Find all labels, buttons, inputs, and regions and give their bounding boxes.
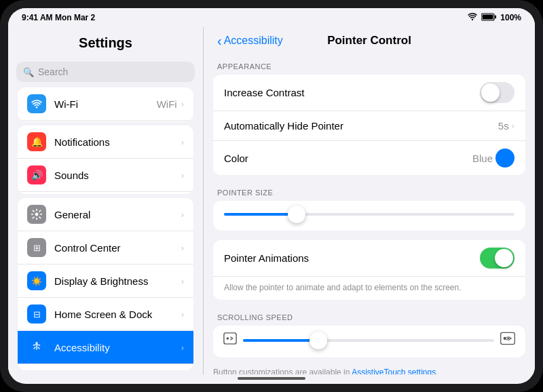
svg-point-9 — [227, 337, 229, 340]
search-container: 🔍 Search — [8, 56, 203, 87]
display-label: Display & Brightness — [54, 275, 181, 287]
accessibility-chevron: › — [181, 342, 184, 353]
pointer-animations-label: Pointer Animations — [224, 252, 480, 264]
search-bar[interactable]: 🔍 Search — [16, 62, 195, 82]
svg-rect-8 — [224, 333, 236, 344]
footer-note: Button customizations are available in A… — [204, 361, 535, 374]
main-content: Settings 🔍 Search Wi-Fi WiFi — [8, 27, 535, 374]
display-chevron: › — [181, 276, 184, 286]
pointer-size-group — [213, 201, 525, 231]
assistivetouch-link[interactable]: AssistiveTouch settings. — [352, 368, 438, 374]
appearance-section-header: APPEARANCE — [204, 53, 535, 75]
detail-pane: ‹ Accessibility Pointer Control APPEARAN… — [204, 27, 535, 374]
notifications-chevron: › — [181, 137, 184, 147]
pointer-size-slider-container — [213, 201, 525, 231]
animations-note: Allow the pointer to animate and adapt t… — [213, 277, 525, 300]
sounds-label: Sounds — [54, 170, 181, 181]
auto-hide-value: 5s — [498, 120, 509, 132]
sounds-icon: 🔊 — [27, 165, 46, 184]
controlcenter-chevron: › — [181, 243, 184, 253]
increase-contrast-thumb — [481, 83, 500, 102]
screen: 9:41 AM Mon Mar 2 100% Settings — [8, 8, 535, 384]
wifi-value: WiFi — [157, 98, 177, 110]
color-swatch[interactable] — [495, 149, 514, 168]
status-time: 9:41 AM Mon Mar 2 — [22, 13, 95, 22]
sidebar-item-sounds[interactable]: 🔊 Sounds › — [18, 159, 193, 192]
svg-point-11 — [504, 337, 506, 340]
battery-pct: 100% — [500, 13, 521, 22]
sidebar-title: Settings — [8, 27, 203, 56]
detail-header: ‹ Accessibility Pointer Control — [204, 27, 535, 53]
sidebar-section-1: Wi-Fi WiFi › B Bluetooth On › — [18, 87, 193, 121]
auto-hide-chevron: › — [512, 121, 514, 131]
sidebar-item-accessibility[interactable]: Accessibility › — [18, 331, 193, 364]
search-icon: 🔍 — [23, 67, 34, 77]
animations-group: Pointer Animations Allow the pointer to … — [213, 240, 525, 300]
fast-scroll-icon — [500, 331, 516, 349]
scrolling-speed-fill — [243, 339, 318, 342]
status-bar: 9:41 AM Mon Mar 2 100% — [8, 8, 535, 27]
status-bar-right: 100% — [468, 13, 521, 23]
controlcenter-label: Control Center — [54, 242, 181, 254]
sounds-chevron: › — [181, 170, 184, 180]
display-icon: ☀️ — [27, 271, 46, 290]
scrolling-speed-row — [213, 326, 525, 357]
homescreen-label: Home Screen & Dock — [54, 309, 181, 320]
auto-hide-row[interactable]: Automatically Hide Pointer 5s › — [213, 111, 525, 141]
accessibility-label: Accessibility — [54, 342, 181, 353]
sidebar-item-homescreen[interactable]: ⊟ Home Screen & Dock › — [18, 298, 193, 331]
back-button[interactable]: ‹ Accessibility — [217, 34, 283, 47]
color-row[interactable]: Color Blue — [213, 141, 525, 175]
pointer-size-header: POINTER SIZE — [204, 179, 535, 201]
pointer-size-fill — [224, 213, 297, 216]
svg-rect-2 — [495, 15, 496, 18]
sidebar-item-notifications[interactable]: 🔔 Notifications › — [18, 125, 193, 159]
back-chevron-icon: ‹ — [217, 34, 222, 47]
svg-rect-10 — [501, 332, 515, 344]
sidebar-section-2: 🔔 Notifications › 🔊 Sounds › — [18, 125, 193, 194]
controlcenter-icon: ⊞ — [27, 238, 46, 257]
device-frame: 9:41 AM Mon Mar 2 100% Settings — [0, 0, 543, 392]
sidebar: Settings 🔍 Search Wi-Fi WiFi — [8, 27, 204, 374]
status-bar-left: 9:41 AM Mon Mar 2 — [22, 13, 95, 22]
slow-scroll-icon — [223, 332, 238, 349]
scrolling-speed-track — [243, 339, 494, 342]
sidebar-item-donotdisturb[interactable]: 🌙 Do Not Disturb › — [18, 192, 193, 194]
homescreen-icon: ⊟ — [27, 305, 46, 324]
pointer-size-track — [224, 213, 514, 216]
pointer-animations-toggle[interactable] — [480, 248, 514, 269]
accessibility-icon — [27, 338, 46, 357]
sidebar-section-3: General › ⊞ Control Center › ☀️ — [18, 198, 193, 370]
scrolling-speed-thumb[interactable] — [310, 332, 327, 349]
notifications-icon: 🔔 — [27, 132, 46, 151]
pointer-size-thumb[interactable] — [288, 205, 305, 223]
auto-hide-label: Automatically Hide Pointer — [224, 120, 498, 132]
wifi-icon — [468, 13, 477, 22]
color-value: Blue — [472, 153, 493, 164]
home-indicator — [238, 377, 305, 380]
sidebar-item-bluetooth[interactable]: B Bluetooth On › — [18, 121, 193, 121]
svg-rect-1 — [483, 14, 493, 19]
general-chevron: › — [181, 210, 184, 220]
sidebar-item-wifi[interactable]: Wi-Fi WiFi › — [18, 87, 193, 121]
svg-point-4 — [35, 342, 37, 345]
battery-icon — [481, 13, 496, 23]
animations-note-text: Allow the pointer to animate and adapt t… — [224, 283, 462, 292]
footer-note-text: Button customizations are available in — [213, 368, 352, 374]
pointer-animations-row: Pointer Animations — [213, 240, 525, 277]
back-label: Accessibility — [224, 35, 283, 47]
increase-contrast-row: Increase Contrast — [213, 75, 525, 111]
search-placeholder: Search — [38, 66, 68, 77]
increase-contrast-toggle[interactable] — [480, 82, 514, 103]
scrolling-speed-group — [213, 326, 525, 357]
sidebar-item-controlcenter[interactable]: ⊞ Control Center › — [18, 231, 193, 264]
pointer-animations-thumb — [495, 249, 513, 267]
sidebar-item-display[interactable]: ☀️ Display & Brightness › — [18, 264, 193, 298]
increase-contrast-label: Increase Contrast — [224, 87, 480, 98]
sidebar-item-general[interactable]: General › — [18, 198, 193, 231]
svg-point-3 — [35, 213, 39, 216]
wifi-label: Wi-Fi — [54, 98, 157, 110]
homescreen-chevron: › — [181, 309, 184, 319]
sidebar-item-wallpaper[interactable]: 🌅 Wallpaper › — [18, 364, 193, 370]
color-label: Color — [224, 153, 472, 164]
